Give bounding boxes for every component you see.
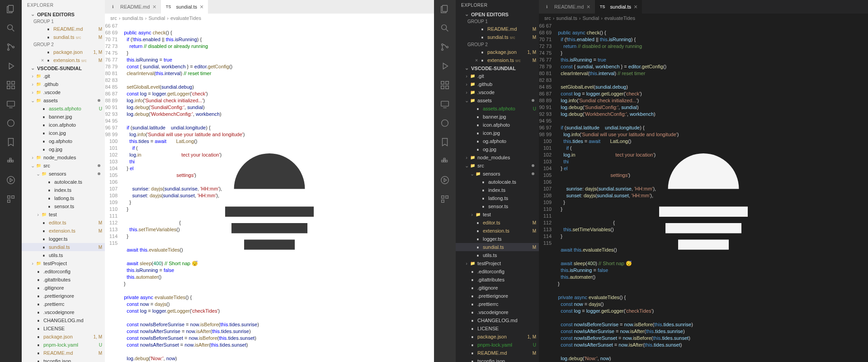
breadcrumb-item[interactable]: Sundial <box>149 15 165 21</box>
breadcrumb-item[interactable]: evaluateTides <box>170 15 201 21</box>
tree-row[interactable]: ∎utils.ts <box>22 251 105 259</box>
breadcrumbs[interactable]: src › sundial.ts › Sundial › evaluateTid… <box>105 14 434 23</box>
tree-row[interactable]: ∎assets.afphotoU <box>456 105 539 113</box>
tree-row[interactable]: ∎icon.jpg <box>456 129 539 137</box>
tree-row[interactable]: ∎extension.tsM <box>456 227 539 235</box>
tree-row[interactable]: ∎README.mdM <box>456 349 539 357</box>
tree-row[interactable]: ∎.gitattributes <box>456 276 539 284</box>
play-icon[interactable] <box>439 175 450 186</box>
tab[interactable]: ℹREADME.md× <box>539 0 595 14</box>
tree-row[interactable]: ∎sundial.tsM <box>456 243 539 251</box>
breadcrumb-item[interactable]: evaluateTides <box>604 15 635 21</box>
code-lines[interactable]: public async check() { if (!this.enabled… <box>555 23 868 362</box>
tree-row[interactable]: ›📁.git <box>22 72 105 80</box>
bookmarks-icon[interactable] <box>5 137 16 148</box>
tree-row[interactable]: ›📁.vscode <box>456 88 539 96</box>
tree-row[interactable]: ›📁testProject <box>22 259 105 267</box>
tree-row[interactable]: ∎icon.afphoto <box>22 121 105 129</box>
tree-row[interactable]: ∎editor.tsM <box>456 219 539 227</box>
tree-row[interactable]: ∎icon.jpg <box>22 129 105 137</box>
tree-row[interactable]: ›📁test <box>456 210 539 219</box>
code-lines[interactable]: public async check() { if (!this.enabled… <box>121 23 434 362</box>
tree-row[interactable]: ⌄📁sensors <box>456 170 539 178</box>
apps-icon[interactable] <box>439 194 450 205</box>
tree-row[interactable]: ∎package.json1, M <box>456 48 539 56</box>
tree-row[interactable]: ×∎extension.ts srcM <box>456 56 539 64</box>
tree-row[interactable]: ∎logger.ts <box>22 235 105 243</box>
tree-row[interactable]: ›📁.github <box>22 80 105 88</box>
debug-icon[interactable] <box>5 61 16 71</box>
tree-row[interactable]: ∎og.jpg <box>22 145 105 153</box>
tree-row[interactable]: ∎CHANGELOG.md <box>22 316 105 324</box>
extensions-icon[interactable] <box>5 80 16 90</box>
tree-row[interactable]: ∎sundial.ts srcM <box>22 33 105 41</box>
breadcrumb-item[interactable]: sundial.ts <box>556 15 577 21</box>
close-icon[interactable]: × <box>634 3 637 10</box>
tree-row[interactable]: ∎.gitattributes <box>22 276 105 284</box>
tree-row[interactable]: ∎pnpm-lock.yamlU <box>456 341 539 349</box>
tree-row[interactable]: ∎README.mdM <box>22 25 105 33</box>
tree-row[interactable]: ∎package.json1, M <box>456 333 539 341</box>
debug-icon[interactable] <box>439 61 450 71</box>
tree-row[interactable]: ∎index.ts <box>456 186 539 194</box>
tree-row[interactable]: ∎.gitignore <box>456 284 539 292</box>
tree-row[interactable]: ∎.prettierignore <box>22 292 105 300</box>
tree-row[interactable]: ∎sundial.tsM <box>22 243 105 251</box>
tree-row[interactable]: ›📁.github <box>456 80 539 88</box>
tree-row[interactable]: ∎.vscodeignore <box>456 308 539 316</box>
tree-row[interactable]: ⌄📁src <box>22 162 105 170</box>
tree-row[interactable]: ∎index.ts <box>22 186 105 194</box>
tree-row[interactable]: ∎pnpm-lock.yamlU <box>22 341 105 349</box>
tree-row[interactable]: ∎autolocale.ts <box>456 178 539 186</box>
open-editors-section[interactable]: ⌄OPEN EDITORS <box>456 10 539 18</box>
docker-icon[interactable] <box>439 156 450 167</box>
tree-row[interactable]: ×∎extension.ts srcM <box>22 56 105 64</box>
tab[interactable]: TSsundial.ts× <box>161 0 208 14</box>
breadcrumb-item[interactable]: Sundial <box>583 15 599 21</box>
tree-row[interactable]: ∎tsconfig.json <box>456 357 539 362</box>
tree-row[interactable]: ∎LICENSE <box>22 324 105 333</box>
close-icon[interactable]: × <box>200 3 203 10</box>
breadcrumbs[interactable]: src › sundial.ts › Sundial › evaluateTid… <box>539 14 868 23</box>
tree-row[interactable]: ∎.editorconfig <box>22 267 105 276</box>
tree-row[interactable]: ∎autolocale.ts <box>22 178 105 186</box>
tree-row[interactable]: ⌄📁assets <box>456 96 539 105</box>
tree-row[interactable]: ∎og.jpg <box>456 145 539 153</box>
tree-row[interactable]: ∎README.mdM <box>22 349 105 357</box>
bookmarks-icon[interactable] <box>439 137 450 148</box>
tree-row[interactable]: ∎sensor.ts <box>22 202 105 210</box>
tree-row[interactable]: ›📁testProject <box>456 259 539 267</box>
tree-row[interactable]: ⌄📁assets <box>22 96 105 105</box>
tree-row[interactable]: ∎LICENSE <box>456 324 539 333</box>
remote-icon[interactable] <box>5 99 16 110</box>
tree-row[interactable]: ∎package.json1, M <box>22 48 105 56</box>
tree-row[interactable]: ›📁.vscode <box>22 88 105 96</box>
breadcrumb-item[interactable]: src <box>544 15 551 21</box>
tree-row[interactable]: ∎latlong.ts <box>456 194 539 202</box>
tree-row[interactable]: ⌄📁src <box>456 162 539 170</box>
scm-icon[interactable] <box>439 42 450 52</box>
tree-row[interactable]: ›📁node_modules <box>456 153 539 162</box>
close-icon[interactable]: × <box>152 3 156 10</box>
workspace-section[interactable]: ⌄VSCODE-SUNDIAL <box>456 64 539 72</box>
extensions-icon[interactable] <box>439 80 450 90</box>
files-icon[interactable] <box>5 4 16 14</box>
play-icon[interactable] <box>5 175 16 186</box>
apps-icon[interactable] <box>5 194 16 205</box>
tree-row[interactable]: ∎utils.ts <box>456 251 539 259</box>
docker-icon[interactable] <box>5 156 16 167</box>
scm-icon[interactable] <box>5 42 16 52</box>
close-icon[interactable]: × <box>586 3 590 10</box>
breadcrumb-item[interactable]: src <box>110 15 117 21</box>
remote-icon[interactable] <box>439 99 450 110</box>
tree-row[interactable]: ∎latlong.ts <box>22 194 105 202</box>
code-editor[interactable]: 66 67 68 69 70 71 72 73 74 75 76 77 78 7… <box>105 23 434 362</box>
tree-row[interactable]: ∎sundial.ts srcM <box>456 33 539 41</box>
files-icon[interactable] <box>439 4 450 14</box>
liveshare-icon[interactable] <box>439 118 450 129</box>
search-icon[interactable] <box>439 23 450 33</box>
tree-row[interactable]: ∎README.mdM <box>456 25 539 33</box>
breadcrumb-item[interactable]: sundial.ts <box>122 15 143 21</box>
tree-row[interactable]: ›📁test <box>22 210 105 219</box>
tree-row[interactable]: ∎.prettierrc <box>22 300 105 308</box>
